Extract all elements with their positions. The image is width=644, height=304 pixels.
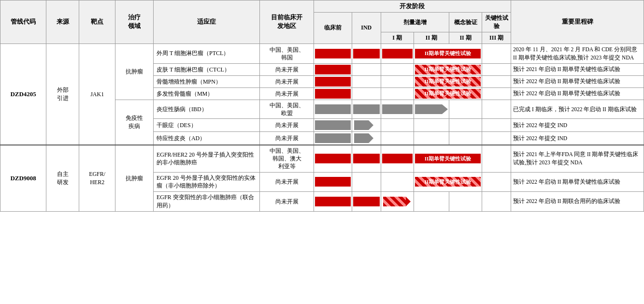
bar-p3-combo — [482, 192, 511, 212]
indication-combo: EGFR 突变阳性的非小细胞肺癌（联合用药） — [153, 192, 259, 212]
header-phase2b: II 期 — [449, 32, 482, 43]
bar-p3-ctcl — [482, 64, 511, 76]
milestone-ptcl: 2020 年 11 月、2021 年 2 月 FDA 和 CDE 分别同意 II… — [511, 43, 644, 64]
indication-nsclc1: EGFR/HER2 20 号外显子插入突变阳性的非小细胞肺癌 — [153, 145, 259, 172]
milestone-ibd: 已完成 I 期临床，预计 2022 年启动 II 期临床试验 — [511, 100, 644, 119]
bar-p2b-ibd — [449, 100, 482, 119]
bar-phase2-mm: II期单臂关键性试验 — [414, 88, 482, 100]
bar-pre-ad — [314, 132, 352, 145]
region-mm: 尚未开展 — [260, 88, 314, 100]
bar-p3-mpn — [482, 76, 511, 88]
bar-p2a-ibd — [414, 100, 449, 119]
region-ibd: 中国、美国、欧盟 — [260, 100, 314, 119]
bar-preclinical-ptcl — [314, 43, 352, 64]
header-phase1: I 期 — [381, 32, 414, 43]
target-4205: JAK1 — [79, 43, 115, 145]
indication-ptcl: 外周 T 细胞淋巴瘤（PTCL） — [153, 43, 259, 64]
header-region: 目前临床开发地区 — [260, 0, 314, 44]
bar-p3-solid — [482, 172, 511, 192]
pipeline-code-9008: DZD9008 — [0, 145, 46, 211]
bar-pre-des — [314, 119, 352, 132]
header-indication: 适应症 — [153, 0, 259, 44]
table-row: DZD9008 自主研发 EGFR/HER2 抗肿瘤 EGFR/HER2 20 … — [0, 145, 644, 172]
region-solid: 尚未开展 — [260, 172, 314, 192]
bar-pre-ctcl — [314, 64, 352, 76]
header-code: 管线代码 — [0, 0, 46, 44]
indication-mpn: 骨髓增殖性肿瘤（MPN） — [153, 76, 259, 88]
indication-ad: 特应性皮炎（AD） — [153, 132, 259, 145]
indication-mm: 多发性骨髓瘤（MM） — [153, 88, 259, 100]
bar-phase2-ptcl: II期单臂关键性试验 — [414, 43, 482, 64]
indication-des: 干眼症（DES） — [153, 119, 259, 132]
bar-phase2-mpn: II期单臂关键性试验 — [414, 76, 482, 88]
header-dose-escalation: 剂量递增 — [381, 13, 449, 32]
bar-p2b-combo — [449, 192, 482, 212]
header-preclinical: 临床前 — [314, 13, 352, 43]
milestone-mpn: 预计 2022 年启动 II 期单臂关键性临床试验 — [511, 76, 644, 88]
bar-p3-ibd — [482, 100, 511, 119]
milestone-ad: 预计 2022 年提交 IND — [511, 132, 644, 145]
bar-pre-mm — [314, 88, 352, 100]
table-row: DZD4205 外部引进 JAK1 抗肿瘤 外周 T 细胞淋巴瘤（PTCL） 中… — [0, 43, 644, 64]
bar-ind-ptcl — [352, 43, 381, 64]
header-source: 来源 — [46, 0, 79, 44]
bar-p2b-ad — [449, 132, 482, 145]
bar-p2a-ad — [414, 132, 449, 145]
indication-ctcl: 皮肤 T 细胞淋巴瘤（CTCL） — [153, 64, 259, 76]
header-phase3: III 期 — [482, 32, 511, 43]
header-key-trial: 关键性试验 — [482, 13, 511, 32]
bar-ind-solid — [352, 172, 381, 192]
bar-p1-ibd — [381, 100, 414, 119]
milestone-ctcl: 预计 2021 年启动 II 期单臂关键性临床试验 — [511, 64, 644, 76]
therapy-immune-4205: 免疫性疾病 — [115, 100, 154, 145]
indication-solid: EGFR 20 号外显子插入突变阳性的实体瘤（非小细胞肺癌除外） — [153, 172, 259, 192]
bar-pre-combo — [314, 192, 352, 212]
indication-ibd: 炎症性肠病（IBD） — [153, 100, 259, 119]
bar-pre-nsclc1 — [314, 145, 352, 172]
bar-p1-ad — [381, 132, 414, 145]
bar-p1-mm — [381, 88, 414, 100]
header-proof-concept: 概念验证 — [449, 13, 482, 32]
header-phase2a: II 期 — [414, 32, 449, 43]
header-dev-stage: 开发阶段 — [314, 0, 511, 13]
bar-phase3-ptcl — [482, 43, 511, 64]
bar-p3-mm — [482, 88, 511, 100]
bar-ind-mm — [352, 88, 381, 100]
bar-ind-ad — [352, 132, 381, 145]
target-9008: EGFR/HER2 — [79, 145, 115, 211]
milestone-solid: 预计 2022 年启动 II 期单臂关键性临床试验 — [511, 172, 644, 192]
bar-ind-nsclc1 — [352, 145, 381, 172]
bar-p3-des — [482, 119, 511, 132]
region-mpn: 尚未开展 — [260, 76, 314, 88]
bar-p2a-combo — [414, 192, 449, 212]
region-ad: 尚未开展 — [260, 132, 314, 145]
bar-p1-ctcl — [381, 64, 414, 76]
pipeline-code-4205: DZD4205 — [0, 43, 46, 145]
milestone-combo: 预计 2022 年启动 II 期联合用药的临床试验 — [511, 192, 644, 212]
header-therapy: 治疗领域 — [115, 0, 154, 44]
bar-p1-mpn — [381, 76, 414, 88]
bar-p3-nsclc1 — [482, 145, 511, 172]
bar-pre-ibd — [314, 100, 352, 119]
bar-ind-des — [352, 119, 381, 132]
milestone-des: 预计 2022 年提交 IND — [511, 119, 644, 132]
milestone-nsclc1: 预计 2021 年上半年FDA 同意 II 期单臂关键性临床试验,预计 2023… — [511, 145, 644, 172]
bar-phase1-ptcl — [381, 43, 414, 64]
bar-p1-des — [381, 119, 414, 132]
header-target: 靶点 — [79, 0, 115, 44]
region-combo: 尚未开展 — [260, 192, 314, 212]
bar-p1-nsclc1 — [381, 145, 414, 172]
bar-p2a-des — [414, 119, 449, 132]
bar-ind-mpn — [352, 76, 381, 88]
bar-ind-ibd — [352, 100, 381, 119]
pipeline-table: 管线代码 来源 靶点 治疗领域 适应症 目前临床开发地区 开发阶段 重要里程碑 … — [0, 0, 644, 212]
header-ind: IND — [352, 13, 381, 43]
source-4205: 外部引进 — [46, 43, 79, 145]
bar-phase2-solid: II期单臂关键性试验 — [414, 172, 482, 192]
source-9008: 自主研发 — [46, 145, 79, 211]
therapy-antitumor-4205: 抗肿瘤 — [115, 43, 154, 100]
bar-pre-mpn — [314, 76, 352, 88]
region-des: 尚未开展 — [260, 119, 314, 132]
main-header-row: 管线代码 来源 靶点 治疗领域 适应症 目前临床开发地区 开发阶段 重要里程碑 — [0, 0, 644, 13]
bar-ind-combo — [352, 192, 381, 212]
